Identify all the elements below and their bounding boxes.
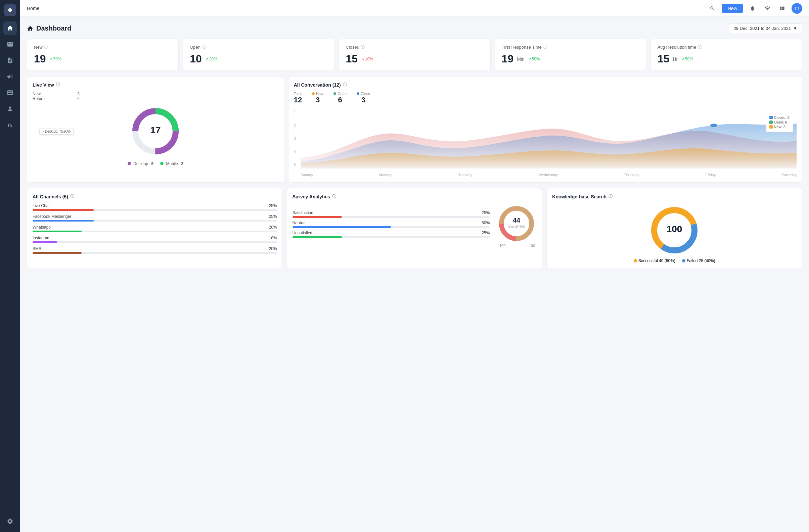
stat-badge: ↘ 10% <box>361 57 373 61</box>
donut-tooltip: Desktop: 75.93% <box>39 128 73 135</box>
live-view-donut: 17 Desktop: 75.93% <box>33 104 278 158</box>
knowledge-donut-container: 100 Successful 40 (60%) Failed 25 (40%) <box>552 203 796 263</box>
dashboard-header: Dashboard 29 Dec, 2021 to 04 Jan, 2021 ▼ <box>27 23 802 33</box>
stat-badge: ↗ 50% <box>681 57 693 61</box>
search-icon[interactable] <box>707 3 718 14</box>
middle-row: Live View ⓘ New 3 Return 6 <box>27 76 802 182</box>
info-icon: ⓘ <box>543 44 547 50</box>
sidebar-item-reports[interactable] <box>3 54 17 67</box>
conversation-stats: Total 12 New 3 Open <box>294 92 796 104</box>
svg-text:44: 44 <box>513 216 520 224</box>
chart-legend: Closed: 3 Open: 6 New: 3 <box>766 113 793 132</box>
channel-live-chat: Live Chat 25% <box>33 203 277 211</box>
bottom-row: All Channels (5) ⓘ Live Chat 25% Faceboo… <box>27 188 802 269</box>
avatar[interactable]: TT <box>792 3 802 14</box>
info-icon: ⓘ <box>332 194 336 199</box>
main-area: Home New TT Dashboard 29 Dec, 2021 to 04… <box>20 0 809 532</box>
stat-badge: ↗ 20% <box>205 57 217 61</box>
info-icon: ⓘ <box>698 44 702 50</box>
channel-instagram: Instagram 10% <box>33 236 277 243</box>
desktop-legend-dot <box>127 162 131 165</box>
info-icon: ⓘ <box>608 194 613 199</box>
stat-badge: ↗ 50% <box>528 57 540 61</box>
info-icon: ⓘ <box>202 44 206 50</box>
sidebar-item-analytics[interactable] <box>3 118 17 131</box>
stats-row: New ⓘ 19 ↗ 70% Open ⓘ 10 ↗ 20% <box>27 39 802 71</box>
sidebar-item-settings[interactable] <box>3 515 17 528</box>
nps-donut-container: 44 Overall NPS -100 100 <box>496 203 537 248</box>
svg-text:100: 100 <box>667 224 683 234</box>
sidebar-item-contacts[interactable] <box>3 102 17 116</box>
svg-text:17: 17 <box>150 125 160 135</box>
sidebar-item-campaigns[interactable] <box>3 70 17 83</box>
sidebar-item-home[interactable] <box>3 21 17 35</box>
notification-icon[interactable] <box>747 3 758 14</box>
channel-whatsapp: Whatsapp 20% <box>33 225 277 232</box>
info-icon: ⓘ <box>44 44 48 50</box>
stat-card-open: Open ⓘ 10 ↗ 20% <box>183 39 334 71</box>
grid-icon[interactable] <box>777 3 788 14</box>
brand-logo <box>4 4 16 16</box>
breadcrumb: Home <box>27 6 703 11</box>
stat-card-closed: Closed ⓘ 15 ↘ 10% <box>339 39 490 71</box>
svg-point-4 <box>710 124 717 127</box>
stat-badge: ↗ 70% <box>49 57 62 61</box>
all-conversation-card: All Conversation (12) ⓘ Total 12 New <box>288 76 802 182</box>
stat-card-first-response: First Response Time ⓘ 19 Min ↗ 50% <box>495 39 647 71</box>
info-icon: ⓘ <box>56 82 60 88</box>
channel-facebook: Facebook Messenger 25% <box>33 214 277 221</box>
conversation-chart: 5 4 3 2 1 <box>294 110 796 177</box>
sidebar <box>0 0 20 532</box>
all-channels-card: All Channels (5) ⓘ Live Chat 25% Faceboo… <box>27 188 283 269</box>
sidebar-item-inbox[interactable] <box>3 38 17 51</box>
stat-card-new: New ⓘ 19 ↗ 70% <box>27 39 179 71</box>
app-header: Home New TT <box>20 0 809 17</box>
mobile-legend-dot <box>160 162 163 165</box>
donut-legend: Desktop 6 Mobile 2 <box>33 161 278 166</box>
survey-analytics-card: Survey Analytics ⓘ Satisfaction 25% <box>287 188 543 269</box>
signal-icon[interactable] <box>762 3 773 14</box>
info-icon: ⓘ <box>70 194 74 199</box>
sidebar-item-orders[interactable] <box>3 86 17 99</box>
stat-card-avg-resolution: Avg Resolution time ⓘ 15 Hr ↗ 50% <box>651 39 802 71</box>
channel-sms: SMS 20% <box>33 246 277 254</box>
info-icon: ⓘ <box>361 44 365 50</box>
knowledge-base-card: Knowledge-base Search ⓘ 100 <box>546 188 802 269</box>
channels-list: Live Chat 25% Facebook Messenger 25% <box>33 203 277 254</box>
dashboard-title: Dashboard <box>27 24 71 32</box>
svg-text:Overall NPS: Overall NPS <box>509 225 525 228</box>
live-view-card: Live View ⓘ New 3 Return 6 <box>27 76 284 182</box>
date-range-picker[interactable]: 29 Dec, 2021 to 04 Jan, 2021 ▼ <box>729 23 802 33</box>
info-icon: ⓘ <box>343 82 347 88</box>
survey-bars: Satisfaction 25% Neutral 50% <box>293 210 490 241</box>
content-area: Dashboard 29 Dec, 2021 to 04 Jan, 2021 ▼… <box>20 17 809 532</box>
new-button[interactable]: New <box>722 4 743 13</box>
